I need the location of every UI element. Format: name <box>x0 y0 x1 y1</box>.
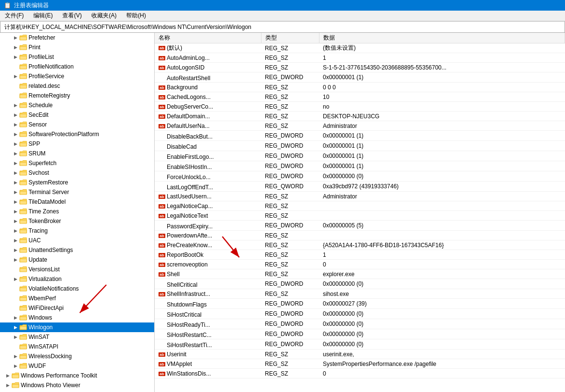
table-row[interactable]: ab scremoveoption REG_SZ0 <box>155 260 565 269</box>
menu-file[interactable]: 文件(F) <box>2 11 27 21</box>
reg-data: 0 <box>319 369 565 378</box>
folder-icon <box>19 247 27 253</box>
table-row[interactable]: ab WinStationsDis... REG_SZ0 <box>155 369 565 378</box>
table-row[interactable]: ab ReportBootOk REG_SZ1 <box>155 250 565 260</box>
tree-item-sensor[interactable]: ▶ Sensor <box>0 120 154 129</box>
menu-favorites[interactable]: 收藏夹(A) <box>88 11 119 21</box>
tree-item-winlogon[interactable]: ▶ Winlogon <box>0 322 154 332</box>
tree-item-winsatapi[interactable]: WinSATAPI <box>0 342 154 351</box>
table-row[interactable]: ab LastUsedUsern... REG_SZAdministrator <box>155 192 565 201</box>
col-name[interactable]: 名称 <box>155 33 261 43</box>
tree-item-schedule[interactable]: ▶ Schedule <box>0 100 154 110</box>
menu-bar: 文件(F) 编辑(E) 查看(V) 收藏夹(A) 帮助(H) <box>0 11 565 21</box>
tree-item-versionslist[interactable]: VersionsList <box>0 265 154 274</box>
table-row[interactable]: SiHostRestartTi... REG_DWORD0x00000000 (… <box>155 339 565 350</box>
table-row[interactable]: ShutdownFlags REG_DWORD0x00000027 (39) <box>155 299 565 309</box>
tree-item-related_desc[interactable]: related.desc <box>0 81 154 91</box>
tree-item-prefetcher[interactable]: ▶ Prefetcher <box>0 33 154 42</box>
folder-icon <box>19 54 27 60</box>
tree-item-svchost[interactable]: ▶ Svchost <box>0 168 154 178</box>
reg-name: ab CachedLogons... <box>155 92 261 102</box>
tree-item-tiledatamodel[interactable]: ▶ TileDataModel <box>0 197 154 207</box>
table-row[interactable]: SiHostCritical REG_DWORD0x00000000 (0) <box>155 309 565 319</box>
tree-item-uac[interactable]: ▶ UAC <box>0 236 154 245</box>
tree-item-unattendsettings[interactable]: ▶ UnattendSettings <box>0 245 154 255</box>
table-row[interactable]: ab DefaultUserNa... REG_SZAdministrator <box>155 121 565 131</box>
tree-item-wirelessdocking[interactable]: ▶ WirelessDocking <box>0 351 154 361</box>
tree-item-virtualization[interactable]: ▶ Virtualization <box>0 274 154 284</box>
table-row[interactable]: ab LegalNoticeText REG_SZ <box>155 211 565 221</box>
tree-item-profilenotification[interactable]: ProfileNotification <box>0 62 154 71</box>
reg-name: ab PowerdownAfte... <box>155 231 261 240</box>
reg-data: sihost.exe <box>319 289 565 299</box>
tree-item-superfetch[interactable]: ▶ Superfetch <box>0 158 154 168</box>
tree-item-tokenbroker[interactable]: ▶ TokenBroker <box>0 216 154 226</box>
table-row[interactable]: ab LegalNoticeCap... REG_SZ <box>155 201 565 211</box>
tree-item-wbemperf[interactable]: WbemPerf <box>0 294 154 303</box>
tree-item-profilelist[interactable]: ▶ ProfileList <box>0 52 154 62</box>
tree-item-windows_perf_toolkit[interactable]: ▶ Windows Performance Toolkit <box>0 371 154 380</box>
table-row[interactable]: ab Shell REG_SZexplorer.exe <box>155 269 565 279</box>
tree-item-terminalserver[interactable]: ▶ Terminal Server <box>0 187 154 197</box>
table-row[interactable]: ForceUnlockLo... REG_DWORD0x00000000 (0) <box>155 171 565 182</box>
menu-help[interactable]: 帮助(H) <box>123 11 149 21</box>
tree-item-windows_photo_viewer[interactable]: ▶ Windows Photo Viewer <box>0 380 154 390</box>
tree-item-windows_portable[interactable]: ▶ Windows Portable Devices <box>0 390 154 392</box>
table-row[interactable]: ab AutoAdminLog... REG_SZ1 <box>155 53 565 63</box>
tree-item-systemrestore[interactable]: ▶ SystemRestore <box>0 178 154 187</box>
tree-item-softwareprotectionplatform[interactable]: ▶ SoftwareProtectionPlatform <box>0 129 154 139</box>
table-row[interactable]: ab AutoLogonSID REG_SZS-1-5-21-377615435… <box>155 63 565 72</box>
tree-item-srum[interactable]: ▶ SRUM <box>0 149 154 158</box>
table-header-row: 名称 类型 数据 <box>155 33 565 43</box>
table-row[interactable]: ab PreCreateKnow... REG_SZ{A520A1A4-1780… <box>155 240 565 250</box>
table-row[interactable]: ab DefaultDomain... REG_SZDESKTOP-NJEU3C… <box>155 112 565 121</box>
tree-item-wifidirectapi[interactable]: WiFiDirectApi <box>0 303 154 313</box>
entry-name: ShellInfrastruct... <box>167 291 210 297</box>
table-row[interactable]: DisableCad REG_DWORD0x00000001 (1) <box>155 141 565 151</box>
tree-item-profileservice[interactable]: ▶ ProfileService <box>0 71 154 81</box>
table-row[interactable]: PasswordExpiry... REG_DWORD0x00000005 (5… <box>155 221 565 231</box>
table-row[interactable]: ab DebugServerCo... REG_SZno <box>155 102 565 112</box>
table-row[interactable]: EnableFirstLogo... REG_DWORD0x00000001 (… <box>155 151 565 161</box>
tree-item-volatilenotifications[interactable]: VolatileNotifications <box>0 284 154 294</box>
type-icon: ab <box>159 214 165 218</box>
table-row[interactable]: ab (默认) REG_SZ(数值未设置) <box>155 43 565 53</box>
tree-item-print[interactable]: ▶ Print <box>0 42 154 52</box>
tree-item-secedit[interactable]: ▶ SecEdit <box>0 110 154 120</box>
tree-item-label: UAC <box>29 237 41 244</box>
reg-type: REG_SZ <box>261 102 319 112</box>
menu-edit[interactable]: 编辑(E) <box>30 11 56 21</box>
type-icon: ab <box>159 56 165 60</box>
table-row[interactable]: ab CachedLogons... REG_SZ10 <box>155 92 565 102</box>
table-row[interactable]: AutoRestartShell REG_DWORD0x00000001 (1) <box>155 72 565 83</box>
table-row[interactable]: LastLogOffEndT... REG_QWORD0xa39cbd972 (… <box>155 182 565 192</box>
tree-item-remoteregistry[interactable]: RemoteRegistry <box>0 91 154 100</box>
tree-item-timezones[interactable]: ▶ Time Zones <box>0 207 154 216</box>
menu-view[interactable]: 查看(V) <box>59 11 85 21</box>
tree-item-update[interactable]: ▶ Update <box>0 255 154 265</box>
tree-item-windows[interactable]: ▶ Windows <box>0 313 154 322</box>
expand-icon: ▶ <box>12 198 19 206</box>
col-type[interactable]: 类型 <box>261 33 319 43</box>
col-data[interactable]: 数据 <box>319 33 565 43</box>
table-row[interactable]: ab ShellInfrastruct... REG_SZsihost.exe <box>155 289 565 299</box>
table-row[interactable]: EnableSIHostIn... REG_DWORD0x00000001 (1… <box>155 161 565 171</box>
tree-item-spp[interactable]: ▶ SPP <box>0 139 154 149</box>
table-row[interactable]: SiHostReadyTi... REG_DWORD0x00000000 (0) <box>155 319 565 329</box>
tree-item-tracing[interactable]: ▶ Tracing <box>0 226 154 236</box>
table-row[interactable]: DisableBackBut... REG_DWORD0x00000001 (1… <box>155 131 565 141</box>
reg-name: DisableBackBut... <box>155 131 261 141</box>
tree-item-wudf[interactable]: ▶ WUDF <box>0 361 154 371</box>
table-row[interactable]: ab Userinit REG_SZuserinit.exe, <box>155 350 565 359</box>
tree-item-winsat[interactable]: ▶ WinSAT <box>0 332 154 342</box>
table-row[interactable]: ab Background REG_SZ0 0 0 <box>155 83 565 92</box>
table-row[interactable]: SiHostRestartC... REG_DWORD0x00000000 (0… <box>155 329 565 339</box>
tree-item-label: Print <box>29 44 41 51</box>
reg-type: REG_DWORD <box>261 171 319 182</box>
table-row[interactable]: ab VMApplet REG_SZSystemPropertiesPerfor… <box>155 359 565 369</box>
table-row[interactable]: ab PowerdownAfte... REG_SZ <box>155 231 565 240</box>
table-row[interactable]: ShellCritical REG_DWORD0x00000000 (0) <box>155 279 565 289</box>
reg-name: ab DebugServerCo... <box>155 102 261 112</box>
reg-type: REG_SZ <box>261 43 319 53</box>
reg-name: SiHostReadyTi... <box>155 319 261 329</box>
